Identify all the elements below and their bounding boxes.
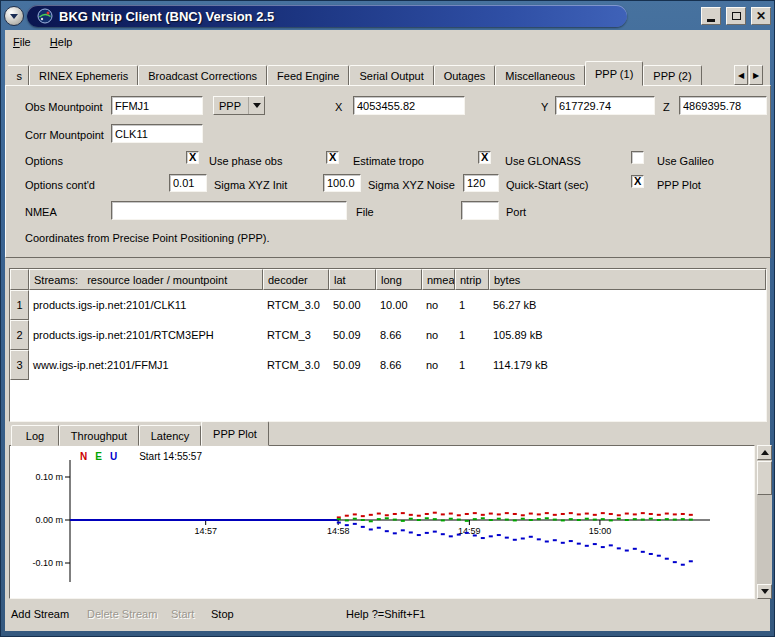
z-label: Z — [663, 100, 670, 115]
port-label: Port — [506, 205, 526, 220]
svg-text:-0.10 m: -0.10 m — [32, 558, 63, 568]
chevron-down-icon — [253, 103, 261, 108]
tab-broadcast-corrections[interactable]: Broadcast Corrections — [138, 65, 267, 86]
tab-latency[interactable]: Latency — [139, 425, 201, 446]
row-2-long: 8.66 — [376, 320, 422, 350]
bnc-window: BKG Ntrip Client (BNC) Version 2.5 ✕ Fil… — [0, 0, 775, 637]
minimize-icon — [707, 19, 715, 22]
window-menu-button[interactable] — [4, 6, 24, 26]
quick-start-label: Quick-Start (sec) — [506, 178, 589, 193]
row-3-header[interactable]: 3 — [10, 350, 29, 380]
scrollbar-down-button[interactable] — [757, 584, 772, 599]
tab-miscellaneous[interactable]: Miscellaneous — [495, 65, 585, 86]
tab-feed-engine[interactable]: Feed Engine — [267, 65, 349, 86]
y-label: Y — [541, 100, 548, 115]
row-1-mountpoint[interactable]: products.igs-ip.net:2101/CLK11 — [29, 290, 263, 320]
minimize-button[interactable] — [701, 7, 721, 25]
sigma-xyz-noise-input[interactable] — [323, 174, 361, 192]
plot-legend: N E U Start 14:55:57 — [80, 451, 202, 462]
obs-type-select[interactable]: PPP — [213, 96, 265, 115]
tab-ppp-plot[interactable]: PPP Plot — [201, 421, 269, 446]
row-2-decoder: RTCM_3 — [263, 320, 329, 350]
svg-text:14:57: 14:57 — [194, 526, 217, 536]
column-header-ntrip[interactable]: ntrip — [455, 269, 489, 290]
client-area: File Help s RINEX Ephemeris Broadcast Co… — [5, 30, 770, 631]
row-3-decoder: RTCM_3.0 — [263, 350, 329, 380]
use-phase-obs-checkbox[interactable] — [186, 151, 199, 164]
y-coordinate-input[interactable] — [555, 96, 655, 115]
quick-start-input[interactable] — [463, 174, 499, 192]
row-2-lat: 50.09 — [329, 320, 376, 350]
row-3-mountpoint[interactable]: www.igs-ip.net:2101/FFMJ1 — [29, 350, 263, 380]
close-button[interactable]: ✕ — [751, 7, 771, 25]
delete-stream-button[interactable]: Delete Stream — [87, 608, 157, 620]
use-galileo-label: Use Galileo — [657, 154, 714, 169]
svg-text:15:00: 15:00 — [589, 526, 612, 536]
column-header-bytes[interactable]: bytes — [489, 269, 766, 290]
tab-ppp-1[interactable]: PPP (1) — [585, 61, 643, 86]
nmea-input[interactable] — [111, 201, 347, 220]
tab-clipped[interactable]: s — [7, 65, 29, 86]
action-bar: Add Stream Delete Stream Start Stop Help… — [5, 608, 770, 628]
row-3-lat: 50.09 — [329, 350, 376, 380]
ppp-note-text: Coordinates from Precise Point Positioni… — [25, 231, 270, 246]
ppp-plot-checkbox[interactable] — [631, 175, 644, 188]
tab-throughput[interactable]: Throughput — [59, 425, 139, 446]
menu-help[interactable]: Help — [42, 30, 81, 52]
row-3-ntrip: 1 — [455, 350, 489, 380]
sigma-xyz-noise-label: Sigma XYZ Noise — [368, 178, 455, 193]
row-2-ntrip: 1 — [455, 320, 489, 350]
plot-start-time: Start 14:55:57 — [139, 451, 202, 462]
tab-scroll-right-button[interactable]: ▶ — [749, 65, 763, 85]
table-corner-cell — [10, 269, 29, 290]
tab-serial-output[interactable]: Serial Output — [349, 65, 433, 86]
scrollbar-up-button[interactable] — [757, 445, 772, 460]
tab-scroll-left-button[interactable]: ◀ — [734, 65, 748, 85]
stop-button[interactable]: Stop — [211, 608, 234, 620]
column-header-decoder[interactable]: decoder — [263, 269, 329, 290]
use-galileo-checkbox[interactable] — [631, 151, 644, 164]
use-glonass-checkbox[interactable] — [478, 151, 491, 164]
options-contd-label: Options cont'd — [25, 178, 95, 193]
column-header-lat[interactable]: lat — [329, 269, 376, 290]
ppp-plot-canvas: 0.10 m0.00 m-0.10 m14:5714:5814:5915:00 — [10, 446, 754, 598]
start-button[interactable]: Start — [171, 608, 194, 620]
streams-table: Streams: resource loader / mountpoint de… — [9, 268, 767, 422]
tab-rinex-ephemeris[interactable]: RINEX Ephemeris — [29, 65, 138, 86]
row-3-bytes: 114.179 kB — [489, 350, 766, 380]
plot-scrollbar[interactable] — [757, 445, 772, 599]
help-button[interactable]: Help ?=Shift+F1 — [346, 608, 426, 620]
sigma-xyz-init-input[interactable] — [169, 174, 207, 192]
row-1-nmea: no — [422, 290, 455, 320]
corr-mountpoint-label: Corr Mountpoint — [25, 128, 104, 143]
streams-table-grid: Streams: resource loader / mountpoint de… — [10, 269, 766, 421]
row-1-decoder: RTCM_3.0 — [263, 290, 329, 320]
tab-ppp-2[interactable]: PPP (2) — [643, 65, 701, 86]
options-label: Options — [25, 154, 63, 169]
column-header-mountpoint[interactable]: Streams: resource loader / mountpoint — [29, 269, 263, 290]
title-capsule: BKG Ntrip Client (BNC) Version 2.5 — [27, 5, 627, 27]
close-icon: ✕ — [756, 10, 766, 22]
corr-mountpoint-input[interactable] — [111, 124, 203, 143]
estimate-tropo-checkbox[interactable] — [326, 151, 339, 164]
obs-mountpoint-input[interactable] — [111, 96, 203, 115]
row-1-header[interactable]: 1 — [10, 290, 29, 320]
svg-text:14:59: 14:59 — [458, 526, 481, 536]
legend-u: U — [110, 451, 117, 462]
nmea-port-input[interactable] — [461, 201, 499, 220]
bottom-tabbar: Log Throughput Latency PPP Plot — [11, 422, 269, 446]
tab-outages[interactable]: Outages — [434, 65, 496, 86]
menu-file[interactable]: File — [5, 30, 39, 52]
column-header-nmea[interactable]: nmea — [422, 269, 455, 290]
add-stream-button[interactable]: Add Stream — [11, 608, 69, 620]
tab-log[interactable]: Log — [11, 425, 59, 446]
row-2-header[interactable]: 2 — [10, 320, 29, 350]
row-2-mountpoint[interactable]: products.igs-ip.net:2101/RTCM3EPH — [29, 320, 263, 350]
z-coordinate-input[interactable] — [679, 96, 767, 115]
titlebar[interactable]: BKG Ntrip Client (BNC) Version 2.5 ✕ — [4, 4, 771, 28]
column-header-long[interactable]: long — [376, 269, 422, 290]
maximize-button[interactable] — [726, 7, 746, 25]
scrollbar-thumb[interactable] — [757, 461, 772, 495]
obs-type-arrow-button[interactable] — [248, 97, 264, 114]
x-coordinate-input[interactable] — [353, 96, 465, 115]
